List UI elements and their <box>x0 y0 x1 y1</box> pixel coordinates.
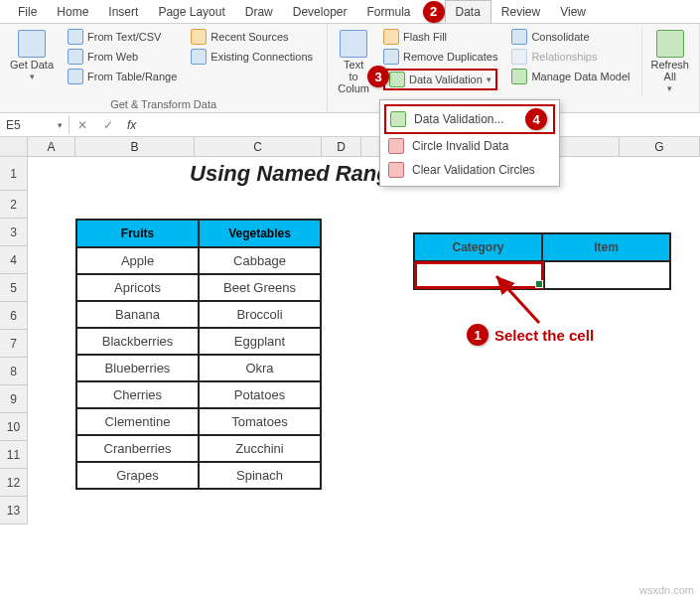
flash-fill-label: Flash Fill <box>403 31 447 43</box>
cells-canvas[interactable]: Using Named Range Fruits Vegetables Appl… <box>28 157 700 524</box>
from-web-button[interactable]: From Web <box>66 48 179 66</box>
validation-icon <box>390 111 406 127</box>
grid-area: 1 2 3 4 5 6 7 8 9 10 11 12 13 Using Name… <box>0 157 700 524</box>
formula-bar: E5 ▾ ✕ ✓ fx <box>0 113 700 137</box>
from-table-range-button[interactable]: From Table/Range <box>66 68 179 85</box>
cell-veg[interactable]: Eggplant <box>199 328 321 355</box>
datamodel-icon <box>511 69 527 84</box>
chevron-down-icon: ▾ <box>30 72 35 81</box>
manage-data-model-button[interactable]: Manage Data Model <box>509 68 631 85</box>
cell-fruit[interactable]: Cherries <box>76 381 199 408</box>
cell-fruit[interactable]: Apricots <box>76 274 199 301</box>
menu-clear-circles[interactable]: Clear Validation Circles <box>380 158 559 182</box>
col-header-G[interactable]: G <box>620 137 700 156</box>
menu-data-validation[interactable]: Data Validation... 4 <box>384 104 555 134</box>
recent-sources-button[interactable]: Recent Sources <box>189 28 315 46</box>
flash-fill-button[interactable]: Flash Fill <box>381 28 499 46</box>
from-text-csv-button[interactable]: From Text/CSV <box>66 28 179 46</box>
tab-file[interactable]: File <box>8 1 47 23</box>
globe-icon <box>68 49 83 65</box>
row-header[interactable]: 6 <box>0 302 28 330</box>
consolidate-button[interactable]: Consolidate <box>509 28 631 46</box>
get-data-icon <box>18 30 46 58</box>
cell-fruit[interactable]: Blackberries <box>76 328 199 355</box>
tab-insert[interactable]: Insert <box>98 1 148 23</box>
tab-home[interactable]: Home <box>47 1 98 23</box>
col-header-D[interactable]: D <box>322 137 361 156</box>
cancel-formula-button[interactable]: ✕ <box>70 118 95 132</box>
header-item: Item <box>542 233 670 261</box>
remove-duplicates-button[interactable]: Remove Duplicates <box>381 48 499 66</box>
cell-fruit[interactable]: Clementine <box>76 408 199 435</box>
tab-developer[interactable]: Developer <box>283 1 357 23</box>
tab-view[interactable]: View <box>550 1 596 23</box>
select-all-triangle[interactable] <box>0 137 28 156</box>
col-header-C[interactable]: C <box>195 137 322 156</box>
tab-data[interactable]: Data <box>445 0 491 23</box>
row-header[interactable]: 3 <box>0 219 28 246</box>
cell-fruit[interactable]: Grapes <box>76 462 199 489</box>
row-header[interactable]: 1 <box>0 157 28 191</box>
row-header[interactable]: 13 <box>0 497 28 524</box>
menu-circle-invalid[interactable]: Circle Invalid Data <box>380 134 559 158</box>
cell-veg[interactable]: Okra <box>199 355 321 381</box>
header-vegetables: Vegetables <box>199 220 321 247</box>
annotation-badge-1: 1 <box>467 324 489 346</box>
cell-veg[interactable]: Spinach <box>199 462 321 489</box>
manage-data-model-label: Manage Data Model <box>531 71 630 82</box>
annotation-badge-2: 2 <box>423 1 445 23</box>
row-header[interactable]: 4 <box>0 246 28 274</box>
col-header-A[interactable]: A <box>28 137 75 156</box>
tab-review[interactable]: Review <box>491 1 550 23</box>
accept-formula-button[interactable]: ✓ <box>95 118 121 132</box>
recent-sources-label: Recent Sources <box>210 31 288 43</box>
columns-icon <box>340 30 367 58</box>
annotation-badge-3: 3 <box>367 66 389 87</box>
text-to-columns-button[interactable]: Text to Colum <box>336 28 371 96</box>
get-data-button[interactable]: Get Data ▾ <box>8 28 56 83</box>
from-table-range-label: From Table/Range <box>87 71 177 82</box>
consolidate-icon <box>511 29 527 45</box>
flash-icon <box>383 29 399 45</box>
menu-clear-circles-label: Clear Validation Circles <box>412 163 535 177</box>
cell-veg[interactable]: Cabbage <box>199 247 321 274</box>
cell-fruit[interactable]: Blueberries <box>76 355 199 381</box>
row-header[interactable]: 7 <box>0 330 28 358</box>
cell-veg[interactable]: Potatoes <box>199 381 321 408</box>
cell-veg[interactable]: Broccoli <box>199 301 321 328</box>
row-header[interactable]: 5 <box>0 274 28 302</box>
annotation-text: Select the cell <box>494 327 594 344</box>
existing-connections-label: Existing Connections <box>210 51 313 63</box>
row-header[interactable]: 8 <box>0 358 28 385</box>
header-category: Category <box>414 233 542 261</box>
from-web-label: From Web <box>87 51 138 63</box>
relationships-button[interactable]: Relationships <box>509 48 631 66</box>
row-header[interactable]: 12 <box>0 469 28 497</box>
cell-veg[interactable]: Tomatoes <box>199 408 321 435</box>
data-validation-menu: Data Validation... 4 Circle Invalid Data… <box>379 99 560 187</box>
refresh-all-button[interactable]: Refresh All ▾ <box>641 28 691 95</box>
cell-veg[interactable]: Zucchini <box>199 435 321 462</box>
row-header[interactable]: 9 <box>0 385 28 413</box>
data-validation-split-button[interactable]: 3 Data Validation ▾ <box>381 68 499 91</box>
get-data-label: Get Data <box>10 59 54 71</box>
validation-icon <box>389 72 405 87</box>
group-label-transform: Get & Transform Data <box>8 96 319 110</box>
row-header[interactable]: 2 <box>0 191 28 219</box>
row-header[interactable]: 11 <box>0 441 28 469</box>
cell-veg[interactable]: Beet Greens <box>199 274 321 301</box>
existing-connections-button[interactable]: Existing Connections <box>189 48 315 66</box>
svg-line-0 <box>496 276 539 323</box>
consolidate-label: Consolidate <box>531 31 589 43</box>
tab-draw[interactable]: Draw <box>235 1 283 23</box>
col-header-B[interactable]: B <box>75 137 195 156</box>
cell-fruit[interactable]: Apple <box>76 247 199 274</box>
cell-fruit[interactable]: Banana <box>76 301 199 328</box>
cell-fruit[interactable]: Cranberries <box>76 435 199 462</box>
fx-button[interactable]: fx <box>121 118 142 132</box>
tab-formulas[interactable]: Formula <box>356 1 420 23</box>
remove-duplicates-label: Remove Duplicates <box>403 51 497 63</box>
tab-pagelayout[interactable]: Page Layout <box>148 1 234 23</box>
name-box[interactable]: E5 ▾ <box>0 116 70 134</box>
row-header[interactable]: 10 <box>0 413 28 441</box>
